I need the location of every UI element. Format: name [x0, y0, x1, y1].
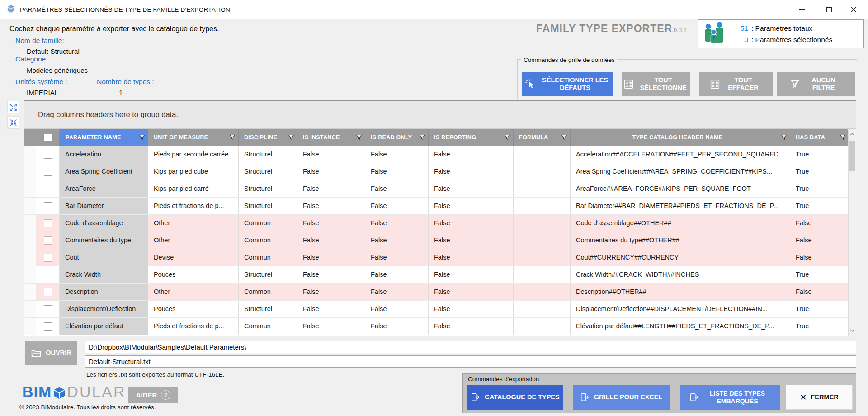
- row-checkbox[interactable]: [44, 305, 52, 313]
- filter-slash-icon: [790, 79, 801, 90]
- selected-params-label: : Paramètres sélectionnés: [751, 36, 832, 43]
- filter-icon[interactable]: [561, 134, 567, 141]
- cell-formula: [514, 266, 571, 283]
- row-checkbox[interactable]: [44, 151, 52, 159]
- cell-formula: [514, 180, 571, 197]
- cell-name: Displacement/Deflection: [60, 301, 148, 317]
- column-header-discipline[interactable]: DISCIPLINE: [239, 129, 297, 146]
- close-dialog-button[interactable]: ✕ FERMER: [786, 385, 853, 410]
- column-header-name[interactable]: PARAMETER NAME: [60, 129, 148, 146]
- column-header-is_reporting[interactable]: IS REPORTING: [429, 129, 514, 146]
- export-type-catalog-label: CATALOGUE DE TYPES: [485, 393, 559, 401]
- filter-icon[interactable]: [504, 134, 510, 141]
- open-button[interactable]: OUVRIR: [25, 341, 77, 365]
- collapse-grid-button[interactable]: [7, 116, 19, 129]
- filter-icon[interactable]: [139, 134, 145, 141]
- filter-icon[interactable]: [229, 134, 236, 141]
- cell-is_read_only: False: [365, 318, 429, 335]
- cell-is_instance: False: [297, 301, 365, 317]
- filter-icon[interactable]: [781, 134, 787, 141]
- row-checkbox[interactable]: [44, 288, 52, 296]
- family-name-label: Nom de famille:: [15, 37, 64, 45]
- row-checkbox[interactable]: [44, 322, 52, 331]
- no-filter-label: AUCUN FILTRE: [805, 76, 843, 92]
- export-type-catalog-button[interactable]: CATALOGUE DE TYPES: [467, 385, 563, 410]
- vertical-scrollbar[interactable]: [848, 129, 856, 336]
- filter-icon[interactable]: [840, 134, 846, 141]
- row-checkbox[interactable]: [44, 202, 52, 210]
- no-filter-button[interactable]: AUCUN FILTRE: [777, 72, 855, 96]
- cell-is_reporting: False: [429, 249, 514, 266]
- file-name-field[interactable]: Default-Structural.txt: [85, 355, 856, 368]
- cell-name: Coût: [60, 249, 148, 266]
- close-button[interactable]: [842, 0, 865, 19]
- cell-unit: Kips par pied carré: [148, 180, 239, 197]
- open-button-label: OUVRIR: [46, 349, 71, 357]
- column-header-is_read_only[interactable]: IS READ ONLY: [365, 129, 429, 146]
- select-all-label: TOUT SÉLECTIONNE: [638, 76, 689, 92]
- minimize-button[interactable]: [791, 0, 813, 19]
- column-header-unit[interactable]: UNIT OF MEASURE: [148, 129, 239, 146]
- row-checkbox[interactable]: [44, 271, 52, 279]
- cell-is_reporting: False: [429, 215, 514, 232]
- cell-discipline: Structurel: [239, 198, 297, 214]
- row-checkbox[interactable]: [44, 185, 52, 193]
- filter-icon[interactable]: [419, 134, 425, 141]
- folder-path-field[interactable]: D:\Dropbox\BIModular\Samples\Default Par…: [85, 341, 856, 353]
- filter-icon[interactable]: [356, 134, 362, 141]
- help-icon: ?: [161, 390, 170, 400]
- select-defaults-button[interactable]: SÉLECTIONNER LES DÉFAUTS: [522, 72, 613, 96]
- help-button[interactable]: AIDER ?: [128, 387, 178, 403]
- scroll-up-arrow[interactable]: [849, 130, 856, 139]
- table-row: Elévation par défautPieds et fractions d…: [24, 318, 856, 335]
- logo-cube-icon: [52, 386, 66, 400]
- filter-icon[interactable]: [288, 134, 294, 141]
- export-excel-grid-button[interactable]: GRILLE POUR EXCEL: [573, 385, 670, 410]
- cell-unit: Pieds et fractions de p...: [148, 198, 239, 214]
- scroll-thumb[interactable]: [849, 141, 855, 171]
- cell-discipline: Common: [239, 284, 297, 300]
- cell-discipline: Common: [239, 215, 297, 232]
- cell-is_read_only: False: [365, 232, 429, 249]
- table-row: Displacement/DeflectionPoucesStructurelF…: [24, 301, 856, 318]
- cell-formula: [514, 284, 571, 300]
- column-header-catalog_header[interactable]: TYPE CATALOG HEADER NAME: [571, 129, 790, 146]
- maximize-button[interactable]: [818, 0, 840, 19]
- column-header-is_instance[interactable]: IS INSTANCE: [297, 129, 365, 146]
- column-header-has_data[interactable]: HAS DATA: [790, 129, 849, 146]
- category-value: Modèles génériques: [27, 66, 88, 74]
- table-row: AccelerationPieds par seconde carréeStru…: [24, 146, 856, 163]
- row-indicator: [24, 266, 36, 283]
- scroll-down-arrow[interactable]: [849, 326, 856, 335]
- row-checkbox[interactable]: [44, 219, 52, 227]
- column-header-formula[interactable]: FORMULA: [514, 129, 571, 146]
- select-defaults-label: SÉLECTIONNER LES DÉFAUTS: [540, 76, 610, 92]
- cell-discipline: Structurel: [239, 180, 297, 197]
- cell-name: Acceleration: [60, 146, 148, 163]
- app-title: FAMILY TYPE EXPORTER: [536, 23, 672, 35]
- family-name-value: Default-Structural: [27, 47, 80, 55]
- row-indicator: [24, 198, 36, 214]
- cell-discipline: Common: [239, 232, 297, 249]
- cell-has_data: True: [790, 163, 849, 180]
- row-checkbox[interactable]: [44, 236, 52, 245]
- group-by-band[interactable]: Drag columns headers here to group data.: [24, 101, 856, 129]
- row-checkbox[interactable]: [44, 168, 52, 176]
- cell-is_reporting: False: [429, 318, 514, 335]
- cell-formula: [514, 249, 571, 266]
- selected-params-line: 0: Paramètres sélectionnés: [733, 34, 832, 45]
- cell-is_read_only: False: [365, 301, 429, 317]
- row-checkbox-cell: [36, 215, 60, 232]
- row-checkbox[interactable]: [44, 254, 52, 262]
- cell-is_reporting: False: [429, 232, 514, 249]
- clear-all-button[interactable]: TOUT EFFACER: [699, 72, 773, 96]
- select-all-checkbox[interactable]: [44, 133, 52, 142]
- export-embedded-types-button[interactable]: LISTE DES TYPES EMBARQUÉS: [680, 385, 780, 410]
- cell-catalog_header: Elévation par défaut##LENGTH##PIEDS_ET_F…: [571, 318, 790, 335]
- select-all-button[interactable]: TOUT SÉLECTIONNE: [622, 72, 690, 96]
- grid-header: PARAMETER NAMEUNIT OF MEASUREDISCIPLINEI…: [24, 129, 856, 146]
- cell-name: Bar Diameter: [60, 198, 148, 214]
- cell-is_read_only: False: [365, 266, 429, 283]
- export-excel-grid-label: GRILLE POUR EXCEL: [594, 393, 662, 401]
- expand-grid-button[interactable]: [7, 101, 19, 113]
